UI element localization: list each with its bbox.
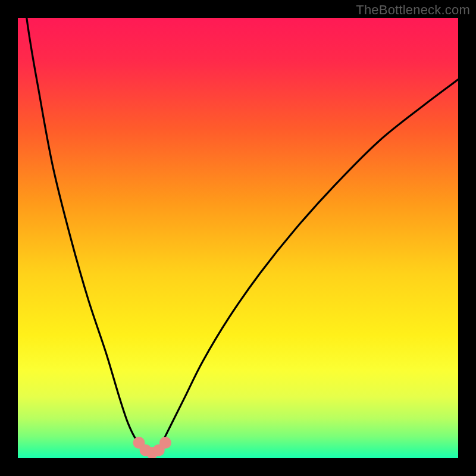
- bottleneck-curve: [18, 18, 458, 458]
- plot-area: [18, 18, 458, 458]
- chart-frame: TheBottleneck.com: [0, 0, 476, 476]
- curve-marker: [159, 437, 171, 449]
- watermark-text: TheBottleneck.com: [356, 2, 470, 18]
